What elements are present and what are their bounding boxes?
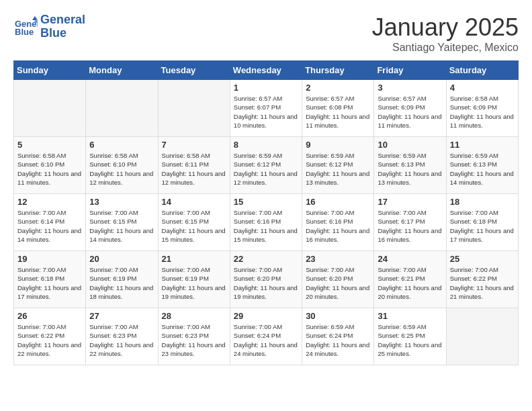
day-info: Sunrise: 7:00 AM Sunset: 6:19 PM Dayligh… xyxy=(162,265,226,301)
day-number: 12 xyxy=(17,197,82,207)
day-cell: 6Sunrise: 6:58 AM Sunset: 6:10 PM Daylig… xyxy=(86,137,158,194)
day-cell: 2Sunrise: 6:57 AM Sunset: 6:08 PM Daylig… xyxy=(302,80,374,137)
day-info: Sunrise: 7:00 AM Sunset: 6:24 PM Dayligh… xyxy=(234,322,298,358)
day-cell: 29Sunrise: 7:00 AM Sunset: 6:24 PM Dayli… xyxy=(230,308,302,365)
header-row: SundayMondayTuesdayWednesdayThursdayFrid… xyxy=(14,61,519,80)
day-header-saturday: Saturday xyxy=(446,61,518,80)
day-info: Sunrise: 7:00 AM Sunset: 6:16 PM Dayligh… xyxy=(234,208,298,244)
day-number: 27 xyxy=(89,311,154,321)
title-block: January 2025 Santiago Yaitepec, Mexico xyxy=(372,13,519,54)
day-number: 29 xyxy=(234,311,298,321)
day-info: Sunrise: 7:00 AM Sunset: 6:23 PM Dayligh… xyxy=(89,322,154,358)
day-number: 9 xyxy=(306,140,370,150)
day-info: Sunrise: 7:00 AM Sunset: 6:17 PM Dayligh… xyxy=(378,208,442,244)
day-info: Sunrise: 7:00 AM Sunset: 6:20 PM Dayligh… xyxy=(234,265,298,301)
day-info: Sunrise: 6:58 AM Sunset: 6:09 PM Dayligh… xyxy=(450,94,515,130)
day-number: 16 xyxy=(306,197,370,207)
day-cell: 1Sunrise: 6:57 AM Sunset: 6:07 PM Daylig… xyxy=(230,80,302,137)
day-info: Sunrise: 6:57 AM Sunset: 6:09 PM Dayligh… xyxy=(378,94,442,130)
day-cell: 10Sunrise: 6:59 AM Sunset: 6:13 PM Dayli… xyxy=(374,137,446,194)
svg-marker-2 xyxy=(32,16,38,20)
day-header-friday: Friday xyxy=(374,61,446,80)
location-title: Santiago Yaitepec, Mexico xyxy=(372,42,519,54)
day-cell: 13Sunrise: 7:00 AM Sunset: 6:15 PM Dayli… xyxy=(86,194,158,251)
week-row-1: 1Sunrise: 6:57 AM Sunset: 6:07 PM Daylig… xyxy=(14,80,519,137)
logo: General Blue General Blue xyxy=(13,13,85,40)
day-cell: 5Sunrise: 6:58 AM Sunset: 6:10 PM Daylig… xyxy=(14,137,86,194)
day-number: 8 xyxy=(234,140,298,150)
day-cell: 18Sunrise: 7:00 AM Sunset: 6:18 PM Dayli… xyxy=(446,194,518,251)
day-cell: 16Sunrise: 7:00 AM Sunset: 6:16 PM Dayli… xyxy=(302,194,374,251)
day-number: 20 xyxy=(89,254,154,264)
day-info: Sunrise: 7:00 AM Sunset: 6:14 PM Dayligh… xyxy=(17,208,82,244)
day-number: 10 xyxy=(378,140,442,150)
logo-icon: General Blue xyxy=(13,15,38,39)
day-cell: 9Sunrise: 6:59 AM Sunset: 6:12 PM Daylig… xyxy=(302,137,374,194)
day-cell: 4Sunrise: 6:58 AM Sunset: 6:09 PM Daylig… xyxy=(446,80,518,137)
day-cell xyxy=(86,80,158,137)
day-number: 25 xyxy=(450,254,515,264)
day-header-thursday: Thursday xyxy=(302,61,374,80)
day-info: Sunrise: 7:00 AM Sunset: 6:18 PM Dayligh… xyxy=(17,265,82,301)
day-number: 18 xyxy=(450,197,515,207)
day-number: 13 xyxy=(89,197,154,207)
day-number: 6 xyxy=(89,140,154,150)
week-row-2: 5Sunrise: 6:58 AM Sunset: 6:10 PM Daylig… xyxy=(14,137,519,194)
day-number: 26 xyxy=(17,311,82,321)
day-number: 24 xyxy=(378,254,442,264)
day-cell: 11Sunrise: 6:59 AM Sunset: 6:13 PM Dayli… xyxy=(446,137,518,194)
day-number: 7 xyxy=(162,140,226,150)
day-cell xyxy=(446,308,518,365)
svg-text:Blue: Blue xyxy=(15,27,34,37)
day-number: 4 xyxy=(450,83,515,93)
day-number: 23 xyxy=(306,254,370,264)
day-cell: 3Sunrise: 6:57 AM Sunset: 6:09 PM Daylig… xyxy=(374,80,446,137)
day-cell: 14Sunrise: 7:00 AM Sunset: 6:15 PM Dayli… xyxy=(158,194,230,251)
day-info: Sunrise: 7:00 AM Sunset: 6:15 PM Dayligh… xyxy=(162,208,226,244)
day-number: 31 xyxy=(378,311,442,321)
day-info: Sunrise: 6:58 AM Sunset: 6:10 PM Dayligh… xyxy=(17,151,82,187)
week-row-5: 26Sunrise: 7:00 AM Sunset: 6:22 PM Dayli… xyxy=(14,308,519,365)
day-cell: 31Sunrise: 6:59 AM Sunset: 6:25 PM Dayli… xyxy=(374,308,446,365)
day-info: Sunrise: 6:57 AM Sunset: 6:07 PM Dayligh… xyxy=(234,94,298,130)
day-cell: 8Sunrise: 6:59 AM Sunset: 6:12 PM Daylig… xyxy=(230,137,302,194)
day-info: Sunrise: 7:00 AM Sunset: 6:18 PM Dayligh… xyxy=(450,208,515,244)
day-cell xyxy=(158,80,230,137)
day-number: 19 xyxy=(17,254,82,264)
day-cell: 17Sunrise: 7:00 AM Sunset: 6:17 PM Dayli… xyxy=(374,194,446,251)
week-row-4: 19Sunrise: 7:00 AM Sunset: 6:18 PM Dayli… xyxy=(14,251,519,308)
day-number: 3 xyxy=(378,83,442,93)
logo-general: General xyxy=(40,13,85,27)
day-number: 11 xyxy=(450,140,515,150)
day-cell: 21Sunrise: 7:00 AM Sunset: 6:19 PM Dayli… xyxy=(158,251,230,308)
day-info: Sunrise: 7:00 AM Sunset: 6:19 PM Dayligh… xyxy=(89,265,154,301)
day-info: Sunrise: 7:00 AM Sunset: 6:22 PM Dayligh… xyxy=(17,322,82,358)
day-header-wednesday: Wednesday xyxy=(230,61,302,80)
day-cell: 24Sunrise: 7:00 AM Sunset: 6:21 PM Dayli… xyxy=(374,251,446,308)
day-cell: 19Sunrise: 7:00 AM Sunset: 6:18 PM Dayli… xyxy=(14,251,86,308)
day-info: Sunrise: 6:59 AM Sunset: 6:12 PM Dayligh… xyxy=(306,151,370,187)
day-info: Sunrise: 6:58 AM Sunset: 6:11 PM Dayligh… xyxy=(162,151,226,187)
day-cell: 22Sunrise: 7:00 AM Sunset: 6:20 PM Dayli… xyxy=(230,251,302,308)
day-info: Sunrise: 7:00 AM Sunset: 6:20 PM Dayligh… xyxy=(306,265,370,301)
day-cell: 30Sunrise: 6:59 AM Sunset: 6:24 PM Dayli… xyxy=(302,308,374,365)
day-cell xyxy=(14,80,86,137)
day-info: Sunrise: 6:59 AM Sunset: 6:12 PM Dayligh… xyxy=(234,151,298,187)
day-number: 14 xyxy=(162,197,226,207)
day-info: Sunrise: 6:57 AM Sunset: 6:08 PM Dayligh… xyxy=(306,94,370,130)
day-info: Sunrise: 6:59 AM Sunset: 6:24 PM Dayligh… xyxy=(306,322,370,358)
day-info: Sunrise: 7:00 AM Sunset: 6:21 PM Dayligh… xyxy=(378,265,442,301)
month-title: January 2025 xyxy=(372,13,519,42)
day-cell: 28Sunrise: 7:00 AM Sunset: 6:23 PM Dayli… xyxy=(158,308,230,365)
day-number: 2 xyxy=(306,83,370,93)
logo-blue: Blue xyxy=(40,27,85,40)
day-number: 5 xyxy=(17,140,82,150)
day-number: 15 xyxy=(234,197,298,207)
day-cell: 20Sunrise: 7:00 AM Sunset: 6:19 PM Dayli… xyxy=(86,251,158,308)
calendar-table: SundayMondayTuesdayWednesdayThursdayFrid… xyxy=(13,60,519,365)
day-cell: 27Sunrise: 7:00 AM Sunset: 6:23 PM Dayli… xyxy=(86,308,158,365)
day-number: 22 xyxy=(234,254,298,264)
week-row-3: 12Sunrise: 7:00 AM Sunset: 6:14 PM Dayli… xyxy=(14,194,519,251)
day-header-sunday: Sunday xyxy=(14,61,86,80)
day-info: Sunrise: 6:59 AM Sunset: 6:25 PM Dayligh… xyxy=(378,322,442,358)
